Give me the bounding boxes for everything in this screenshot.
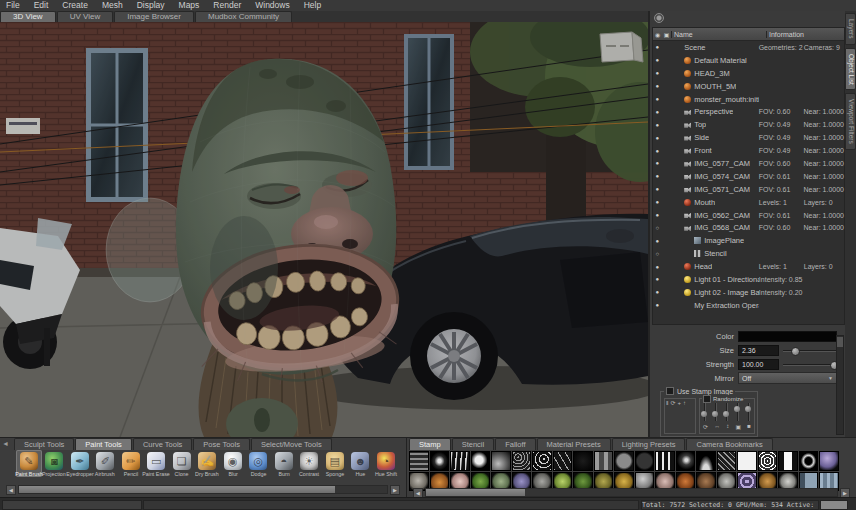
menu-item[interactable]: Windows (255, 0, 289, 11)
view-tab[interactable]: Mudbox Community (195, 11, 292, 22)
tool-button[interactable]: ✍ Dry Brush (195, 450, 221, 477)
stamp-thumbnail[interactable] (737, 451, 757, 471)
preset-tray-scrollbar[interactable]: ◀ ▶ (413, 489, 850, 496)
tool-button[interactable]: ▭ Paint Erase (144, 450, 170, 477)
object-list-row[interactable]: ● Mouth Levels: 1 Layers: 0 (653, 196, 844, 209)
strength-slider[interactable] (783, 360, 839, 369)
tool-button[interactable]: ◓ Burn (271, 450, 297, 477)
object-list-row[interactable]: ● Front FOV: 0.49 Near: 1.0000 Fa (653, 144, 844, 157)
tool-button[interactable]: ✒ Eyedropper (67, 450, 93, 477)
object-list-row[interactable]: ● MOUTH_5M (653, 80, 844, 93)
panel-menu-icon[interactable] (654, 13, 664, 23)
tray-collapse-icon[interactable]: ◄ (2, 440, 9, 447)
visibility-toggle[interactable]: ● (653, 57, 662, 63)
panel-side-tab[interactable]: Viewport Filters (845, 93, 856, 150)
object-list-row[interactable]: ○ Stencil (653, 247, 844, 260)
tool-button[interactable]: ✐ Airbrush (93, 450, 119, 477)
stamp-thumbnail[interactable] (409, 451, 429, 471)
stamp-thumbnail[interactable] (758, 451, 778, 471)
tool-button[interactable]: ❏ Clone (169, 450, 195, 477)
visibility-toggle[interactable]: ● (653, 264, 662, 270)
object-list-row[interactable]: ● HEAD_3M (653, 67, 844, 80)
stamp-thumbnail[interactable] (635, 451, 655, 471)
tool-tray-tab[interactable]: Sculpt Tools (14, 438, 74, 450)
stamp-slider-icon[interactable]: ‖ (666, 400, 668, 406)
preset-tray-tab[interactable]: Lighting Presets (612, 438, 686, 450)
visibility-toggle[interactable]: ● (653, 186, 662, 192)
stamp-thumbnail[interactable] (819, 451, 839, 471)
image-icon[interactable]: ▣ (735, 423, 741, 430)
object-list-row[interactable]: ● ImagePlane (653, 234, 844, 247)
object-list-row[interactable]: ● Scene Geometries: 2 Cameras: 9 Li (653, 41, 844, 54)
object-list-row[interactable]: ● Head Levels: 1 Layers: 0 (653, 260, 844, 273)
stamp-thumbnail[interactable] (676, 451, 696, 471)
tool-button[interactable]: ◙ Projection (42, 450, 68, 477)
use-stamp-image-checkbox[interactable] (666, 387, 674, 395)
randomize-slider[interactable] (737, 403, 739, 421)
randomize-slider[interactable] (748, 403, 750, 421)
stamp-thumbnail[interactable] (491, 451, 511, 471)
menu-item[interactable]: Create (62, 0, 88, 11)
visibility-toggle[interactable]: ● (653, 302, 662, 308)
add-icon[interactable]: + (678, 400, 682, 406)
visibility-toggle[interactable]: ● (653, 109, 662, 115)
randomize-slider[interactable] (726, 403, 728, 421)
visibility-toggle[interactable]: ● (653, 289, 662, 295)
tool-button[interactable]: ◎ Dodge (246, 450, 272, 477)
visibility-toggle[interactable]: ● (653, 199, 662, 205)
stamp-thumbnail[interactable] (696, 451, 716, 471)
color-swatch[interactable] (738, 331, 837, 342)
refresh-icon[interactable]: ⟳ (670, 400, 675, 406)
randomize-slider[interactable] (715, 403, 717, 421)
stamp-thumbnail[interactable] (778, 451, 798, 471)
object-list-row[interactable]: ● Default Material (653, 54, 844, 67)
visibility-toggle[interactable]: ● (653, 148, 662, 154)
tool-button[interactable]: ◉ Blur (220, 450, 246, 477)
tool-tray-tab[interactable]: Select/Move Tools (251, 438, 332, 450)
object-list-row[interactable]: ● IMG_0571_CAM FOV: 0.61 Near: 1.0000 Fa (653, 183, 844, 196)
scroll-left-icon[interactable]: ◀ (6, 485, 16, 495)
viewport-3d[interactable] (0, 22, 648, 437)
menu-item[interactable]: Display (137, 0, 165, 11)
preset-tray-tab[interactable]: Material Presets (537, 438, 611, 450)
stamp-thumbnail[interactable] (532, 451, 552, 471)
view-tab[interactable]: UV View (57, 11, 114, 22)
up-arrow-icon[interactable]: ↑ (683, 400, 686, 406)
tool-button[interactable]: ✎ Paint Brush (16, 450, 42, 477)
view-tab[interactable]: Image Browser (114, 11, 194, 22)
strength-input[interactable]: 100.00 (738, 359, 779, 370)
tool-button[interactable]: ☻ Hue (348, 450, 374, 477)
object-list-row[interactable]: ● Light 02 - Image Based1 Intensity: 0.2… (653, 286, 844, 299)
preset-tray-tab[interactable]: Stamp (409, 438, 451, 450)
size-input[interactable]: 2.36 (738, 345, 779, 356)
stamp-thumbnail[interactable] (553, 451, 573, 471)
preset-tray-tab[interactable]: Stencil (452, 438, 495, 450)
tool-button[interactable]: ◔ Hue Shift (373, 450, 399, 477)
object-list-row[interactable]: ● IMG_0577_CAM FOV: 0.60 Near: 1.0000 Fa (653, 157, 844, 170)
object-list-row[interactable]: ● Top FOV: 0.49 Near: 1.0000 Fa (653, 118, 844, 131)
visibility-toggle[interactable]: ● (653, 135, 662, 141)
stamp-thumbnail[interactable] (799, 451, 819, 471)
visibility-toggle[interactable]: ● (653, 212, 662, 218)
rotate-icon[interactable]: ⟳ (703, 423, 708, 430)
tool-button[interactable]: ✏ Pencil (118, 450, 144, 477)
randomize-slider[interactable] (704, 403, 706, 421)
menu-item[interactable]: Maps (179, 0, 200, 11)
scroll-right-icon[interactable]: ▶ (390, 485, 400, 495)
name-column-header[interactable]: Name (671, 31, 766, 38)
stamp-thumbnail[interactable] (594, 451, 614, 471)
stamp-thumbnail[interactable] (655, 451, 675, 471)
stamp-thumbnail[interactable] (512, 451, 532, 471)
tool-tray-tab[interactable]: Paint Tools (75, 438, 132, 450)
visibility-toggle[interactable]: ● (653, 122, 662, 128)
object-list-row[interactable]: ● IMG_0574_CAM FOV: 0.61 Near: 1.0000 Fa (653, 170, 844, 183)
tool-button[interactable]: ☀ Contrast (297, 450, 323, 477)
object-list-row[interactable]: ● My Extraction Operation 1 (653, 299, 844, 312)
size-slider[interactable] (783, 346, 839, 355)
visibility-toggle[interactable]: ● (653, 276, 662, 282)
tool-tray-tab[interactable]: Pose Tools (193, 438, 250, 450)
randomize-checkbox[interactable] (703, 395, 711, 403)
object-list-row[interactable]: ● Side FOV: 0.49 Near: 1.0000 Fa (653, 131, 844, 144)
tool-button[interactable]: ▤ Sponge (322, 450, 348, 477)
object-list-row[interactable]: ● monster_mouth:initialShadingG... (653, 93, 844, 106)
